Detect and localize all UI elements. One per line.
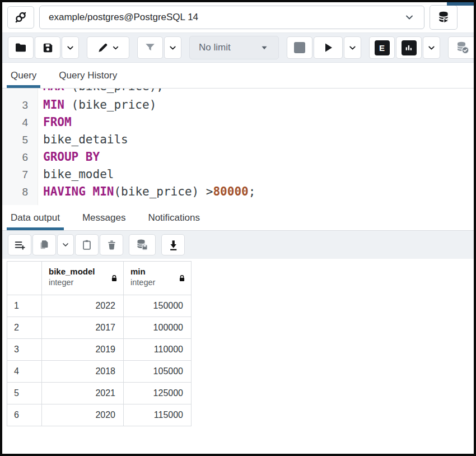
add-row-icon	[13, 239, 26, 252]
filter-options-dropdown-button[interactable]	[164, 36, 181, 59]
value-cell[interactable]: 110000	[124, 339, 192, 361]
value-cell[interactable]: 2018	[42, 361, 124, 383]
sql-code-line[interactable]: HAVING MIN(bike_price) >80000;	[43, 183, 474, 201]
save-file-button[interactable]	[35, 36, 60, 59]
file-group	[8, 36, 79, 59]
row-number-cell[interactable]: 1	[7, 295, 42, 317]
lock-icon	[178, 274, 186, 282]
filter-button[interactable]	[137, 36, 163, 59]
copy-options-dropdown-button[interactable]	[57, 234, 74, 255]
value-cell[interactable]: 2020	[42, 404, 124, 426]
sql-code-line[interactable]: FROM	[43, 114, 474, 131]
tab-query-history[interactable]: Query History	[55, 63, 121, 88]
save-options-dropdown-button[interactable]	[62, 36, 79, 59]
connection-knot-icon	[13, 10, 28, 25]
commit-button[interactable]	[448, 36, 476, 59]
line-number: 7	[2, 166, 38, 183]
sql-code-line[interactable]: MIN (bike_price)	[43, 96, 474, 114]
sql-editor[interactable]: 345678 MAX (bike_price), MIN (bike_price…	[2, 89, 474, 205]
row-number-cell[interactable]: 6	[7, 404, 42, 426]
sql-token-id: (bike_price) >	[114, 185, 213, 198]
folder-icon	[14, 41, 27, 54]
value-cell[interactable]: 105000	[124, 361, 192, 383]
execute-button[interactable]	[314, 36, 343, 59]
sql-code-line[interactable]: bike_details	[43, 131, 474, 148]
row-number-cell[interactable]: 3	[7, 339, 42, 361]
row-number-cell[interactable]: 4	[7, 361, 42, 383]
table-row: 32019110000	[7, 339, 192, 361]
value-cell[interactable]: 100000	[124, 317, 192, 339]
download-results-button[interactable]	[161, 234, 185, 255]
output-tabstrip: Data output Messages Notifications	[2, 205, 474, 231]
value-cell[interactable]: 150000	[124, 295, 192, 317]
explain-options-dropdown-button[interactable]	[423, 36, 440, 59]
sql-token-id: ;	[249, 185, 256, 198]
tab-query-history-label: Query History	[59, 70, 117, 81]
limit-group: No limit	[189, 36, 279, 59]
value-cell[interactable]: 2017	[42, 317, 124, 339]
sql-token-id: bike_details	[43, 133, 128, 146]
filter-funnel-icon	[144, 41, 156, 54]
grid-header-row: bike_model integer min integer	[7, 262, 192, 295]
value-cell[interactable]: 2022	[42, 295, 124, 317]
tab-data-output[interactable]: Data output	[7, 205, 64, 230]
new-connection-button[interactable]	[430, 5, 458, 30]
explain-analyze-button[interactable]	[396, 36, 422, 59]
open-file-button[interactable]	[8, 36, 34, 59]
results-grid: bike_model integer min integer 120221500…	[7, 261, 192, 426]
delete-row-button[interactable]	[100, 234, 123, 255]
clipped-code-line: MAX (bike_price),	[43, 89, 474, 96]
explain-group: E	[369, 36, 440, 59]
value-cell[interactable]: 2019	[42, 339, 124, 361]
pgadmin-query-tool-window: example/postgres@PostgreSQL 14	[0, 0, 476, 456]
value-cell[interactable]: 115000	[124, 404, 192, 426]
transaction-group	[448, 36, 476, 59]
row-limit-select[interactable]: No limit	[189, 36, 279, 59]
value-cell[interactable]: 125000	[124, 383, 192, 404]
line-number: 8	[2, 183, 38, 201]
add-row-button[interactable]	[8, 234, 31, 255]
connection-label: example/postgres@PostgreSQL 14	[49, 12, 198, 23]
sql-code-line[interactable]: bike_model	[43, 166, 474, 183]
sql-code-area[interactable]: MAX (bike_price), MIN (bike_price)FROMbi…	[38, 89, 474, 205]
dropdown-triangle-icon	[259, 43, 269, 53]
row-number-cell[interactable]: 2	[7, 317, 42, 339]
value-cell[interactable]: 2021	[42, 383, 124, 404]
edit-menu-button[interactable]	[87, 36, 129, 59]
line-number: 5	[2, 131, 38, 148]
execute-options-dropdown-button[interactable]	[344, 36, 361, 59]
chevron-down-icon	[66, 43, 75, 53]
connection-status-button[interactable]	[7, 6, 34, 29]
trash-icon	[106, 239, 118, 251]
sql-code-line[interactable]: GROUP BY	[43, 148, 474, 166]
stop-button[interactable]	[287, 36, 312, 59]
sql-token-kw: MAX	[43, 89, 64, 93]
explain-analyze-chart-icon	[402, 40, 417, 55]
line-number: 4	[2, 114, 38, 131]
database-arrow-icon	[436, 10, 451, 25]
window-edge-artifact	[447, 2, 474, 6]
explain-button[interactable]: E	[369, 36, 395, 59]
filter-group	[137, 36, 181, 59]
tab-messages-label: Messages	[82, 212, 125, 224]
table-row: 12022150000	[7, 295, 192, 317]
sql-token-kw: MIN	[93, 185, 114, 198]
stop-square-icon	[294, 42, 305, 53]
chevron-down-icon	[61, 240, 70, 249]
save-data-changes-button[interactable]	[129, 234, 156, 255]
sql-token-id	[86, 185, 93, 198]
tab-query[interactable]: Query	[7, 63, 40, 88]
explain-letter-badge: E	[375, 40, 390, 55]
tab-notifications[interactable]: Notifications	[144, 205, 204, 230]
select-all-corner[interactable]	[7, 262, 42, 295]
column-header-bike-model[interactable]: bike_model integer	[42, 262, 124, 295]
execute-group	[287, 36, 361, 59]
connection-dropdown[interactable]: example/postgres@PostgreSQL 14	[39, 6, 424, 29]
play-icon	[321, 41, 335, 54]
paste-button[interactable]	[75, 234, 99, 255]
copy-button[interactable]	[32, 234, 56, 255]
tab-messages[interactable]: Messages	[78, 205, 129, 230]
column-header-min[interactable]: min integer	[124, 262, 192, 295]
sql-token-kw: FROM	[43, 115, 72, 129]
row-number-cell[interactable]: 5	[7, 383, 42, 404]
